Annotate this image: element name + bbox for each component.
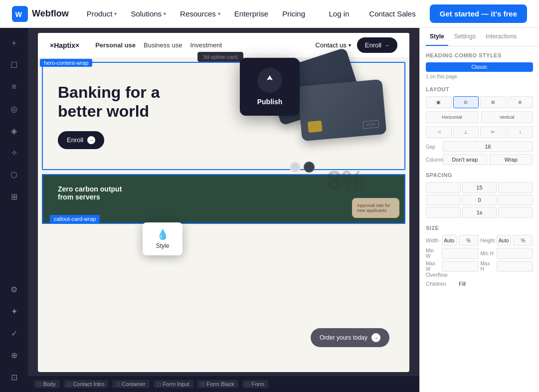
contact-sales-button[interactable]: Contact Sales (363, 5, 421, 22)
publish-popup[interactable]: Publish (240, 58, 300, 116)
children-label: Children (426, 281, 456, 287)
min-h-input[interactable] (497, 248, 534, 259)
tab-style[interactable]: Style (426, 28, 448, 46)
breadcrumb-contact[interactable]: □ Contact Intro (64, 380, 109, 388)
main-navbar: W Webflow Product ▾ Solutions ▾ Resource… (0, 0, 539, 28)
pages-icon[interactable]: ☐ (5, 56, 23, 74)
components-icon[interactable]: ◎ (5, 100, 23, 118)
publish-label: Publish (250, 98, 290, 106)
zoom-icon[interactable]: ⊕ (5, 346, 23, 364)
right-panel-tabs: Style Settings Interactions (420, 28, 539, 46)
color-dot-light (290, 162, 301, 173)
preview-nav-business[interactable]: Business use (144, 41, 182, 49)
breadcrumb-bar: □ Body □ Contact Intro □ Container □ For… (28, 376, 419, 392)
columns-value[interactable]: Don't wrap (443, 154, 487, 165)
assets-icon[interactable]: ◈ (5, 122, 23, 140)
spacing-tr[interactable] (498, 182, 533, 193)
spline-tooltip: 3d-spline-card (197, 52, 243, 62)
breadcrumb-body[interactable]: □ Body (34, 380, 60, 388)
style-tooltip[interactable]: 💧 Style (143, 222, 182, 255)
min-w-input[interactable] (442, 248, 479, 259)
spacing-tl[interactable] (426, 182, 461, 193)
canvas-area[interactable]: 3d-spline-card hero-content-wrap ×Haptix… (28, 28, 419, 392)
nav-resources[interactable]: Resources ▾ (174, 5, 226, 22)
breadcrumb-container[interactable]: □ Container (112, 380, 149, 388)
size-grid: Width Auto % Height Auto % Min W Min (426, 235, 533, 272)
spacing-ml[interactable] (426, 195, 461, 205)
breadcrumb-form-black[interactable]: □ Form Black (197, 380, 238, 388)
style-classic-btn[interactable]: Classic (426, 62, 533, 72)
logo[interactable]: W Webflow (12, 6, 69, 22)
children-value[interactable]: Fill (459, 281, 466, 287)
website-preview: ×Haptix× Personal use Business use Inves… (38, 33, 409, 372)
max-w-row: Max W (426, 261, 479, 272)
display-flex-btn[interactable]: ⊟ (453, 96, 479, 108)
spacing-br[interactable] (498, 207, 533, 218)
logo-text: Webflow (32, 8, 69, 19)
wrap-value[interactable]: Wrap (489, 154, 534, 165)
breadcrumb-form-input[interactable]: □ Form Input (154, 380, 193, 388)
preview-enroll-btn[interactable]: Enroll → (357, 37, 397, 53)
percent-text: 8% (327, 165, 364, 195)
settings-icon[interactable]: ⚙ (5, 280, 23, 298)
size-title: Size (426, 225, 533, 231)
cms-icon[interactable]: ⊞ (5, 188, 23, 205)
align-stretch-btn[interactable]: ↕ (508, 126, 534, 138)
publish-icon (257, 68, 282, 93)
nav-solutions[interactable]: Solutions ▾ (125, 5, 172, 22)
display-none-btn[interactable]: ⊗ (508, 96, 534, 108)
preview-hero: Banking for a better world Enroll → VISA (42, 62, 405, 170)
login-button[interactable]: Log in (323, 5, 355, 22)
width-input[interactable]: Auto (442, 235, 457, 246)
spacing-bl[interactable] (426, 207, 461, 218)
nav-pricing[interactable]: Pricing (276, 5, 311, 22)
preview-nav-investment[interactable]: Investment (190, 41, 222, 49)
nav-product[interactable]: Product ▾ (81, 5, 123, 22)
max-h-input[interactable] (497, 261, 534, 272)
gap-input[interactable]: 16 (443, 141, 533, 152)
align-start-btn[interactable]: ⊣ (426, 126, 452, 138)
spacing-mr[interactable] (498, 195, 533, 205)
children-row: Children Fill (426, 281, 533, 287)
breadcrumb-form[interactable]: □ Form (242, 380, 268, 388)
spacing-mc[interactable]: 0 (462, 195, 497, 205)
tab-settings[interactable]: Settings (450, 28, 480, 46)
spacing-grid: 15 0 1s (426, 182, 533, 218)
selection-label-hero: hero-content-wrap (40, 59, 92, 67)
display-block-btn[interactable]: ▣ (426, 96, 452, 108)
navbar-right: Log in Contact Sales Get started — it's … (323, 4, 527, 23)
height-unit[interactable]: % (513, 235, 533, 246)
right-panel-content: Heading Combo Styles Classic 1 on this p… (420, 46, 539, 392)
spacing-tc[interactable]: 15 (462, 182, 497, 193)
ai-icon[interactable]: ✦ (5, 302, 23, 320)
layers-icon[interactable]: ≡ (5, 78, 23, 96)
order-btn[interactable]: Order yours today → (311, 328, 389, 347)
order-arrow-icon: → (371, 333, 380, 342)
tab-interactions[interactable]: Interactions (482, 28, 521, 46)
check-icon[interactable]: ✓ (5, 324, 23, 342)
max-w-input[interactable] (442, 261, 479, 272)
get-started-button[interactable]: Get started — it's free (430, 4, 527, 23)
preview-nav-personal[interactable]: Personal use (95, 41, 136, 49)
columns-label: Columns (426, 157, 441, 163)
nav-enterprise[interactable]: Enterprise (228, 5, 274, 22)
height-input[interactable]: Auto (497, 235, 512, 246)
interactions-icon[interactable]: ✧ (5, 144, 23, 162)
add-icon[interactable]: ＋ (5, 34, 23, 52)
viewport-icon[interactable]: ⊡ (5, 368, 23, 386)
ecommerce-icon[interactable]: ⬡ (5, 166, 23, 184)
align-center-btn[interactable]: ⊥ (453, 126, 479, 138)
direction-vertical-btn[interactable]: Vertical (481, 111, 534, 123)
spacing-bc[interactable]: 1s (462, 207, 497, 218)
preview-contact-link[interactable]: Contact us ▾ (316, 41, 351, 49)
chevron-down-icon: ▾ (218, 11, 220, 16)
width-unit[interactable]: % (459, 235, 479, 246)
align-end-btn[interactable]: ⊢ (480, 126, 506, 138)
credit-card-front: VISA (298, 79, 387, 141)
display-grid-btn[interactable]: ⊞ (480, 96, 506, 108)
right-panel: Style Settings Interactions Heading Comb… (419, 28, 539, 392)
direction-horizontal-btn[interactable]: Horizontal (426, 111, 478, 123)
chevron-down-icon: ▾ (114, 11, 117, 16)
approval-box: Approval rate for new applicants (352, 198, 399, 218)
hero-enroll-btn[interactable]: Enroll → (58, 131, 104, 149)
